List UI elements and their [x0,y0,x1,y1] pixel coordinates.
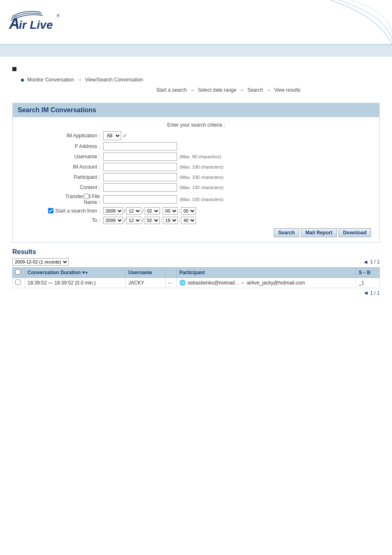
col-checkbox-header [13,267,25,278]
content-row: Content : (Max. 100 characters) [21,183,371,192]
to-min-select[interactable]: 40 [181,217,196,224]
page-info-top: 1 / 1 [370,259,380,265]
results-table: Conversation Duration ▾ Username Partici… [12,267,380,288]
col-sb: S↔B [356,267,379,278]
ip-address-row: P Address : [21,142,371,150]
download-button[interactable]: Download [339,228,371,237]
username-label: Username : [21,154,103,160]
prev-page-bottom-icon[interactable]: ◄ [363,289,369,296]
to-sep-2: / [142,217,143,223]
row-dash: – [166,278,177,288]
intro-results-text: View results [274,87,300,93]
to-label: To : [21,217,103,223]
to-hour-select[interactable]: 18 [163,217,178,224]
im-account-input[interactable] [103,163,177,171]
start-search-label-area: Start a search from : [21,208,103,214]
to-date-row: 2009 / 12 / 02 : 18 : 40 [103,217,196,224]
start-sep-4: : [179,208,180,214]
start-hour-select[interactable]: 00 [163,207,178,215]
search-title-text: Search IM Conversations [18,106,96,113]
svg-text:®: ® [57,14,60,18]
participant-text: sebastienko@hotmail... ↔ airlive_jacky@h… [187,280,305,286]
header: A ir Live ® [0,0,392,45]
page-nav-bottom: ◄ 1 / 1 [12,288,380,297]
search-panel-body: Enter your search criteria : IM Applicat… [13,117,379,242]
logo: A ir Live ® [8,5,74,35]
start-sep-3: : [161,208,162,214]
row-participant: 🌐 sebastienko@hotmail... ↔ airlive_jacky… [177,278,356,288]
row-checkbox-cell [13,278,25,288]
content: ◆ Monitor Conversation → View/Search Con… [0,57,392,305]
participant-input[interactable] [103,173,177,181]
transferred-file-label-area: Transferred FileName : [21,194,103,205]
im-account-row: IM Account : (Max. 100 characters) [21,163,371,171]
im-application-row: IM Application : All ✓ [21,131,371,140]
criteria-label: Enter your search criteria : [21,122,371,128]
im-account-label: IM Account : [21,164,103,170]
start-search-checkbox[interactable] [48,208,53,213]
svg-text:A: A [9,15,20,32]
start-search-label: Start a search from : [55,208,100,214]
start-sep-1: / [124,208,125,214]
button-row: Search Mail Report Download [21,228,371,237]
page-info-bottom: 1 / 1 [370,290,380,296]
im-application-select[interactable]: All [103,131,121,140]
intro-view-text: View/Search Conversation [85,77,143,83]
col-participant: Participant [177,267,356,278]
row-sb: _1 [356,278,379,288]
row-duration: 18:39:52 — 18:39:52 (0.0 min.) [25,278,126,288]
im-account-hint: (Max. 100 characters) [180,164,224,169]
bullet-icon [12,67,16,71]
results-section: Results 2009-12-02 (1 records) ◄ 1 / 1 C… [12,248,380,297]
search-button[interactable]: Search [274,228,299,237]
prev-page-icon[interactable]: ◄ [363,259,369,265]
to-sep-1: / [124,217,125,223]
mail-report-button[interactable]: Mail Report [301,228,337,237]
select-all-checkbox[interactable] [15,269,21,275]
start-min-select[interactable]: 00 [181,207,196,215]
row-checkbox[interactable] [15,280,21,285]
arrow-icon-2: → [190,87,195,93]
date-select[interactable]: 2009-12-02 (1 records) [12,258,69,266]
intro-search-text: Search [247,87,263,93]
intro-select-text: Select date range [198,87,236,93]
to-sep-4: : [179,217,180,223]
intro-start-text: Start a search [156,87,187,93]
intro-line2: Start a search → Select date range → Sea… [156,86,380,94]
results-title: Results [12,248,380,256]
to-day-select[interactable]: 02 [145,217,160,224]
intro-section: ◆ Monitor Conversation → View/Search Con… [12,65,380,95]
transferred-file-row: Transferred FileName : (Max. 100 charact… [21,194,371,205]
col-conversation-duration[interactable]: Conversation Duration ▾ [25,267,126,278]
content-input[interactable] [103,183,177,192]
logo-svg: A ir Live ® [8,5,74,34]
start-day-select[interactable]: 02 [145,207,160,215]
arrow-icon-4: → [266,87,271,93]
to-month-select[interactable]: 12 [126,217,141,224]
col-username: Username [126,267,166,278]
arrow-icon-3: → [240,87,244,93]
svg-text:ir Live: ir Live [19,18,53,31]
to-year-select[interactable]: 2009 [103,217,123,224]
transferred-file-input[interactable] [103,195,177,204]
transferred-file-checkbox[interactable] [84,194,89,199]
row-username: JACKY [126,278,166,288]
results-thead: Conversation Duration ▾ Username Partici… [13,267,380,278]
start-month-select[interactable]: 12 [126,207,141,215]
intro-bullet [12,65,380,73]
username-input[interactable] [103,153,177,161]
start-year-select[interactable]: 2009 [103,207,123,215]
intro-monitor-text: Monitor Conversation [27,77,74,83]
start-date-row: 2009 / 12 / 02 : 00 : 00 [103,207,196,215]
participant-row: Participant : (Max. 100 characters) [21,173,371,181]
ip-address-label: P Address : [21,143,103,149]
results-tbody: 18:39:52 — 18:39:52 (0.0 min.) JACKY – 🌐… [13,278,380,288]
participant-label: Participant : [21,174,103,180]
im-application-checkmark: ✓ [123,133,127,139]
participant-globe-icon: 🌐 [179,280,186,286]
search-panel-title: Search IM Conversations [13,103,379,117]
decorative-arcs [248,0,392,45]
to-label-text: To : [92,217,100,223]
intro-line1: ◆ Monitor Conversation → View/Search Con… [21,76,380,84]
ip-address-input[interactable] [103,142,177,150]
